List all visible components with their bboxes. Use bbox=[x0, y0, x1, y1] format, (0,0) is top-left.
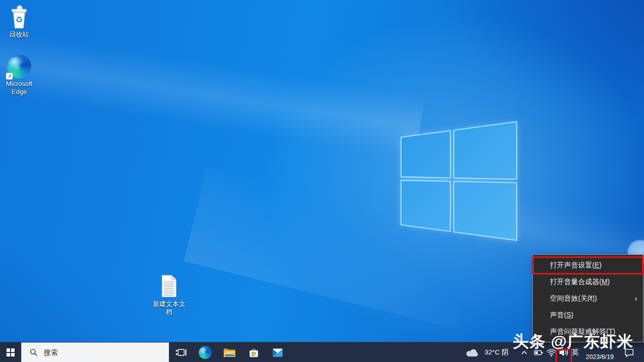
date-text: 2023/6/19 bbox=[586, 353, 614, 360]
recycle-bin-icon: ♻ bbox=[9, 5, 30, 29]
desktop-icon-label: 回收站 bbox=[10, 31, 29, 39]
desktop-icon-new-text-document[interactable]: 新建文本文档 bbox=[152, 274, 186, 316]
file-explorer-icon bbox=[223, 346, 236, 358]
menu-item-open-volume-mixer[interactable]: 打开音量合成器(M) bbox=[533, 274, 643, 290]
wallpaper-light-ray bbox=[0, 25, 425, 160]
windows-logo-wallpaper bbox=[397, 118, 521, 244]
search-icon bbox=[30, 348, 38, 356]
weather-condition-text: 阴 bbox=[502, 348, 509, 356]
task-view-icon bbox=[176, 348, 187, 357]
mail-icon bbox=[271, 346, 284, 358]
taskbar-search-box[interactable] bbox=[21, 342, 169, 362]
start-button[interactable] bbox=[0, 342, 21, 362]
desktop-icon-microsoft-edge[interactable]: ↗ Microsoft Edge bbox=[2, 54, 36, 96]
edge-icon bbox=[199, 346, 212, 359]
taskbar-weather-widget[interactable]: 32°C 阴 bbox=[465, 342, 508, 362]
submenu-chevron-icon: › bbox=[634, 290, 637, 307]
windows-start-icon bbox=[7, 348, 15, 356]
desktop: ♻ 回收站 ↗ Microsoft Edge 新建文本文档 打开声音设置( bbox=[0, 0, 644, 362]
menu-item-sounds[interactable]: 声音(S) bbox=[533, 307, 643, 323]
svg-text:♻: ♻ bbox=[16, 15, 23, 25]
microsoft-store-icon bbox=[248, 346, 260, 359]
taskbar-edge-button[interactable] bbox=[193, 342, 217, 362]
task-view-button[interactable] bbox=[169, 342, 193, 362]
desktop-icon-label: Microsoft Edge bbox=[2, 80, 36, 96]
chevron-up-icon bbox=[521, 350, 528, 355]
menu-item-open-sound-settings[interactable]: 打开声音设置(E) bbox=[533, 257, 643, 274]
shortcut-arrow-icon: ↗ bbox=[6, 73, 13, 79]
desktop-icon-label: 新建文本文档 bbox=[152, 300, 186, 316]
annotation-volume-highlight-box bbox=[555, 349, 572, 362]
taskbar-mail-button[interactable] bbox=[266, 342, 290, 362]
watermark-text: 头条 @广东虾米 bbox=[513, 333, 633, 349]
temperature-text: 32°C bbox=[485, 348, 500, 356]
taskbar-file-explorer-button[interactable] bbox=[217, 342, 242, 362]
taskbar-store-button[interactable] bbox=[242, 342, 266, 362]
cloud-weather-icon bbox=[465, 347, 480, 357]
sound-context-menu: 打开声音设置(E) 打开音量合成器(M) 空间音效(关闭) › 声音(S) 声音… bbox=[532, 254, 643, 342]
edge-icon: ↗ bbox=[7, 54, 31, 78]
search-input[interactable] bbox=[43, 348, 143, 357]
desktop-icon-recycle-bin[interactable]: ♻ 回收站 bbox=[2, 5, 36, 39]
text-document-icon bbox=[159, 274, 179, 299]
menu-item-spatial-sound[interactable]: 空间音效(关闭) › bbox=[533, 290, 643, 307]
